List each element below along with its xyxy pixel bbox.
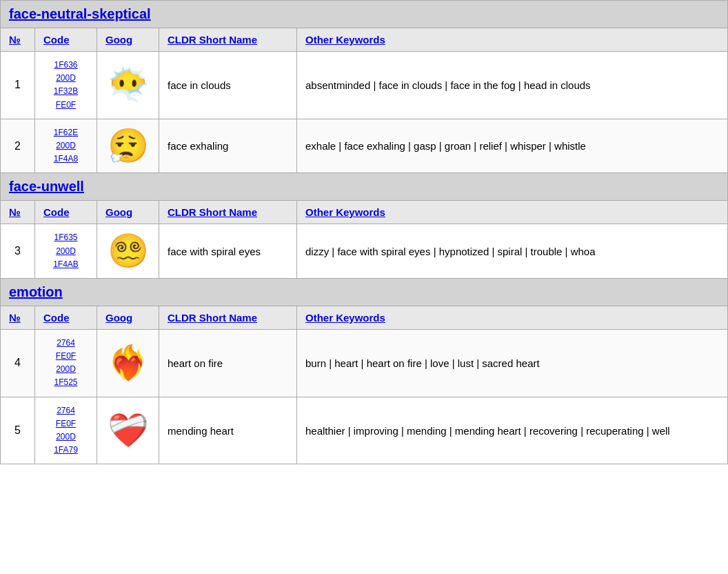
col-header-keywords[interactable]: Other Keywords [305, 312, 385, 324]
table-row: 11F636200D1F32BFE0F😶‍🌫️face in cloudsabs… [1, 52, 728, 119]
col-header-num[interactable]: № [9, 312, 21, 324]
col-header-num[interactable]: № [9, 206, 21, 218]
row-number: 4 [1, 329, 35, 397]
row-code: 1F635200D1F4AB [35, 224, 97, 279]
code-link[interactable]: 200D [43, 363, 88, 376]
code-link[interactable]: 1F635 [43, 231, 88, 244]
code-link[interactable]: 1F32B [43, 85, 88, 98]
col-header-code[interactable]: Code [43, 34, 70, 46]
code-link[interactable]: 200D [43, 139, 88, 152]
row-number: 2 [1, 119, 35, 173]
col-header-num[interactable]: № [9, 34, 21, 46]
emoji-image: ❤️‍🔥 [108, 344, 149, 381]
col-header-goog[interactable]: Goog [105, 206, 132, 218]
row-emoji: ❤️‍🩹 [97, 397, 159, 464]
table-row: 31F635200D1F4AB😵‍💫face with spiral eyesd… [1, 224, 728, 279]
col-header-goog[interactable]: Goog [105, 34, 132, 46]
code-link[interactable]: 1F4AB [43, 258, 88, 271]
table-row: 42764FE0F200D1F525❤️‍🔥heart on fireburn … [1, 329, 728, 397]
row-emoji: 😮‍💨 [97, 119, 159, 173]
row-cldr-name: face exhaling [159, 119, 297, 173]
main-table: face-neutral-skeptical№CodeGoogCLDR Shor… [0, 0, 728, 464]
code-link[interactable]: 1FA79 [43, 444, 88, 457]
code-link[interactable]: 1F525 [43, 376, 88, 389]
col-header-cldr[interactable]: CLDR Short Name [168, 34, 257, 46]
row-number: 5 [1, 397, 35, 464]
section-header-face-unwell[interactable]: face-unwell [9, 179, 84, 194]
code-link[interactable]: 2764 [43, 337, 88, 350]
section-header-face-neutral-skeptical[interactable]: face-neutral-skeptical [9, 6, 151, 21]
row-code: 2764FE0F200D1F525 [35, 329, 97, 397]
row-keywords: absentminded | face in clouds | face in … [297, 52, 728, 119]
row-cldr-name: face in clouds [159, 52, 297, 119]
table-row: 21F62E200D1F4A8😮‍💨face exhalingexhale | … [1, 119, 728, 173]
col-header-goog[interactable]: Goog [105, 312, 132, 324]
row-number: 3 [1, 224, 35, 279]
section-header-emotion[interactable]: emotion [9, 284, 63, 299]
row-cldr-name: face with spiral eyes [159, 224, 297, 279]
code-link[interactable]: 200D [43, 430, 88, 444]
code-link[interactable]: 200D [43, 72, 88, 85]
row-emoji: ❤️‍🔥 [97, 329, 159, 397]
row-number: 1 [1, 52, 35, 119]
code-link[interactable]: 1F62E [43, 126, 88, 139]
row-code: 2764FE0F200D1FA79 [35, 397, 97, 464]
row-cldr-name: heart on fire [159, 329, 297, 397]
row-keywords: burn | heart | heart on fire | love | lu… [297, 329, 728, 397]
row-keywords: healthier | improving | mending | mendin… [297, 397, 728, 464]
col-header-cldr[interactable]: CLDR Short Name [168, 206, 257, 218]
row-code: 1F636200D1F32BFE0F [35, 52, 97, 119]
code-link[interactable]: 2764 [43, 404, 88, 417]
emoji-image: 😶‍🌫️ [108, 66, 149, 103]
row-keywords: exhale | face exhaling | gasp | groan | … [297, 119, 728, 173]
emoji-image: 😮‍💨 [108, 128, 149, 164]
code-link[interactable]: 200D [43, 245, 88, 258]
col-header-cldr[interactable]: CLDR Short Name [168, 312, 257, 324]
code-link[interactable]: FE0F [43, 350, 88, 363]
row-emoji: 😵‍💫 [97, 224, 159, 279]
code-link[interactable]: 1F4A8 [43, 152, 88, 166]
code-link[interactable]: FE0F [43, 417, 88, 430]
row-keywords: dizzy | face with spiral eyes | hypnotiz… [297, 224, 728, 279]
emoji-image: ❤️‍🩹 [108, 412, 149, 448]
code-link[interactable]: FE0F [43, 99, 88, 112]
col-header-keywords[interactable]: Other Keywords [305, 34, 385, 46]
col-header-code[interactable]: Code [43, 312, 70, 324]
row-code: 1F62E200D1F4A8 [35, 119, 97, 173]
row-emoji: 😶‍🌫️ [97, 52, 159, 119]
emoji-image: 😵‍💫 [108, 232, 149, 269]
code-link[interactable]: 1F636 [43, 59, 88, 72]
col-header-keywords[interactable]: Other Keywords [305, 206, 385, 218]
col-header-code[interactable]: Code [43, 206, 70, 218]
row-cldr-name: mending heart [159, 397, 297, 464]
table-row: 52764FE0F200D1FA79❤️‍🩹mending hearthealt… [1, 397, 728, 464]
